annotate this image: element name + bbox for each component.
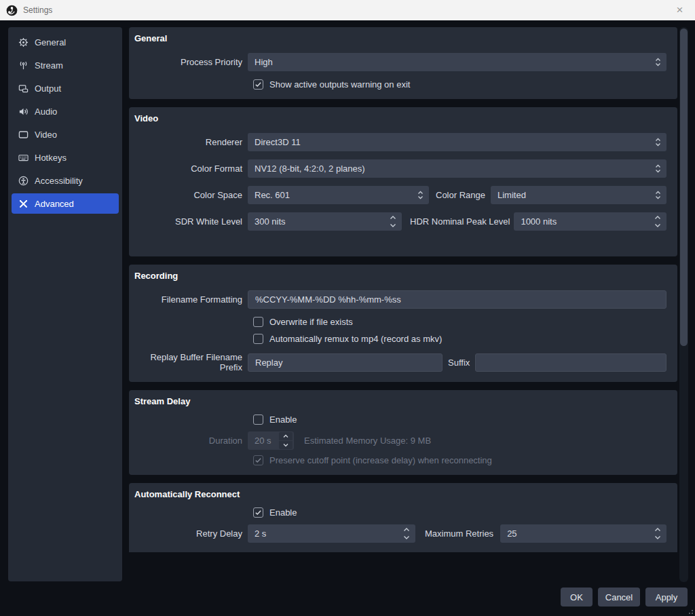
preserve-cutoff-label: Preserve cutoff point (increase delay) w… <box>269 455 492 465</box>
reconnect-enable-checkbox[interactable] <box>253 507 263 518</box>
color-format-label: Color Format <box>134 163 242 174</box>
section-stream-delay: Stream Delay Enable Duration 20 s Estima… <box>129 390 677 475</box>
chevron-updown-icon <box>655 57 661 67</box>
chevron-updown-icon <box>655 137 661 147</box>
apply-button[interactable]: Apply <box>645 588 688 607</box>
sidebar-item-label: Accessibility <box>35 176 83 186</box>
color-format-select[interactable]: NV12 (8-bit, 4:2:0, 2 planes) <box>248 159 666 178</box>
show-warning-label: Show active outputs warning on exit <box>269 79 410 90</box>
settings-scroll-area: General Process Priority High Show activ… <box>129 27 677 552</box>
color-format-value: NV12 (8-bit, 4:2:0, 2 planes) <box>255 163 365 174</box>
gear-icon <box>18 37 29 47</box>
hdr-peak-level-value: 1000 nits <box>521 216 557 227</box>
chevron-updown-icon <box>403 527 410 540</box>
sidebar-item-label: Output <box>35 83 61 94</box>
preserve-cutoff-checkbox <box>253 455 263 465</box>
reconnect-enable-label: Enable <box>269 507 297 518</box>
dialog-footer: OK Cancel Apply <box>561 588 688 607</box>
tools-icon <box>18 198 29 209</box>
overwrite-label: Overwrite if file exists <box>269 317 353 327</box>
max-retries-label: Maximum Retries <box>425 528 493 539</box>
color-range-label: Color Range <box>436 190 485 200</box>
overwrite-checkbox[interactable] <box>253 317 263 327</box>
max-retries-spinbox[interactable]: 25 <box>500 524 666 543</box>
sidebar-item-label: Video <box>35 130 57 140</box>
monitor-icon <box>18 129 29 140</box>
sidebar-item-label: Hotkeys <box>35 153 67 163</box>
color-space-label: Color Space <box>134 190 242 200</box>
estimated-memory-text: Estimated Memory Usage: 9 MB <box>304 436 431 446</box>
antenna-icon <box>18 60 29 71</box>
max-retries-value: 25 <box>507 528 516 539</box>
replay-prefix-input[interactable] <box>248 353 443 372</box>
sidebar-item-general[interactable]: General <box>12 32 119 52</box>
renderer-value: Direct3D 11 <box>255 137 301 147</box>
sidebar-item-label: Advanced <box>35 199 74 209</box>
remux-label: Automatically remux to mp4 (record as mk… <box>269 334 442 344</box>
resize-grip[interactable] <box>687 608 693 614</box>
section-general: General Process Priority High Show activ… <box>129 27 677 99</box>
speaker-icon <box>18 106 29 117</box>
cancel-button[interactable]: Cancel <box>598 588 640 607</box>
sidebar-item-advanced[interactable]: Advanced <box>12 193 119 214</box>
duration-spinbox: 20 s <box>248 431 294 450</box>
renderer-label: Renderer <box>134 137 242 147</box>
retry-delay-spinbox[interactable]: 2 s <box>248 524 415 543</box>
sidebar-item-hotkeys[interactable]: Hotkeys <box>12 147 119 168</box>
chevron-updown-icon <box>655 190 661 200</box>
suffix-label: Suffix <box>448 358 470 368</box>
retry-delay-value: 2 s <box>255 528 266 539</box>
spin-down-icon <box>279 441 293 449</box>
hdr-peak-level-spinbox[interactable]: 1000 nits <box>514 212 666 231</box>
section-stream-delay-title: Stream Delay <box>134 396 666 408</box>
share-screen-icon <box>18 83 29 94</box>
sidebar-item-label: General <box>35 37 66 47</box>
chevron-updown-icon <box>417 190 424 200</box>
chevron-updown-icon <box>390 215 396 228</box>
spin-buttons <box>279 432 293 449</box>
sdr-white-level-spinbox[interactable]: 300 nits <box>248 212 402 231</box>
section-recording-title: Recording <box>134 270 666 282</box>
show-warning-checkbox[interactable] <box>253 79 263 90</box>
close-icon[interactable]: × <box>664 0 695 20</box>
sidebar-item-stream[interactable]: Stream <box>12 55 119 75</box>
filename-formatting-label: Filename Formatting <box>134 294 242 305</box>
process-priority-select[interactable]: High <box>248 53 666 71</box>
sdr-white-level-label: SDR White Level <box>134 216 242 227</box>
suffix-input[interactable] <box>475 353 666 372</box>
filename-formatting-input[interactable] <box>248 290 666 309</box>
section-video-title: Video <box>134 113 666 125</box>
sidebar-item-accessibility[interactable]: Accessibility <box>12 170 119 191</box>
color-space-value: Rec. 601 <box>255 190 290 200</box>
keyboard-icon <box>18 152 29 163</box>
stream-delay-enable-checkbox[interactable] <box>253 415 263 425</box>
process-priority-label: Process Priority <box>134 57 242 67</box>
scrollbar-thumb[interactable] <box>680 28 688 346</box>
obs-settings-window: { "titlebar": { "title": "Settings", "cl… <box>0 0 695 616</box>
sidebar-item-label: Audio <box>35 107 57 117</box>
spin-up-icon <box>279 432 293 440</box>
chevron-updown-icon <box>654 527 661 540</box>
section-video: Video Renderer Direct3D 11 Color Format … <box>129 107 677 256</box>
accessibility-icon <box>18 175 29 186</box>
sidebar-item-label: Stream <box>35 60 63 71</box>
hdr-peak-level-label: HDR Nominal Peak Level <box>410 216 510 227</box>
process-priority-value: High <box>255 57 273 67</box>
obs-logo-icon <box>6 5 18 16</box>
replay-prefix-label: Replay Buffer Filename Prefix <box>134 352 242 372</box>
section-recording: Recording Filename Formatting Overwrite … <box>129 265 677 382</box>
sidebar-item-video[interactable]: Video <box>12 124 119 145</box>
color-range-select[interactable]: Limited <box>491 186 666 204</box>
renderer-select[interactable]: Direct3D 11 <box>248 133 666 151</box>
color-space-select[interactable]: Rec. 601 <box>248 186 429 204</box>
ok-button[interactable]: OK <box>561 588 593 607</box>
scrollbar-track[interactable] <box>679 27 688 582</box>
sidebar-item-output[interactable]: Output <box>12 78 119 98</box>
remux-checkbox[interactable] <box>253 334 263 344</box>
titlebar: Settings × <box>0 0 695 20</box>
duration-label: Duration <box>134 436 242 446</box>
duration-value: 20 s <box>255 436 271 446</box>
section-auto-reconnect: Automatically Reconnect Enable Retry Del… <box>129 483 677 552</box>
sidebar-item-audio[interactable]: Audio <box>12 101 119 121</box>
sdr-white-level-value: 300 nits <box>255 216 286 227</box>
